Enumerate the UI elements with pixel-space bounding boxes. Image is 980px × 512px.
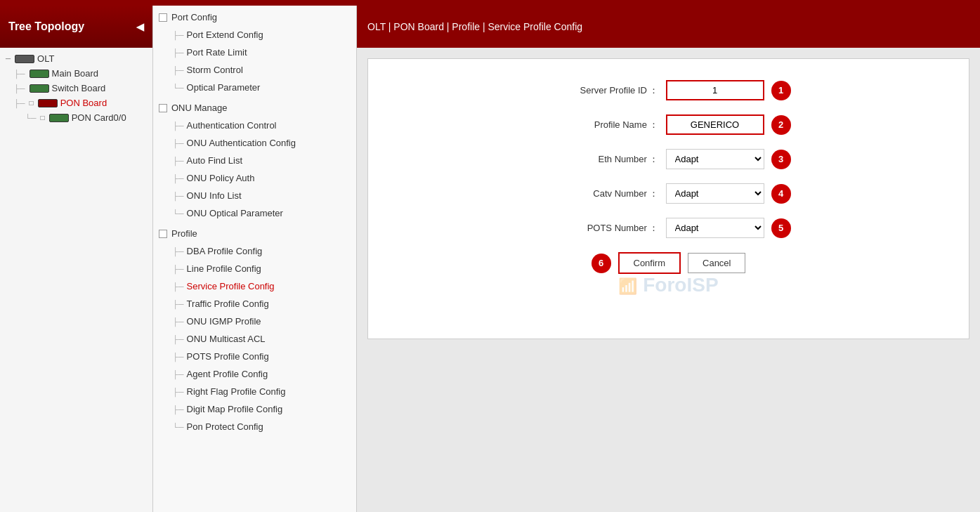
menu-item-label: ONU Policy Auth <box>187 173 255 183</box>
step-badge-2: 2 <box>771 115 791 135</box>
port-config-title: Port Config <box>171 12 217 22</box>
menu-item-label: Agent Profile Config <box>187 369 268 379</box>
menu-item-label: Service Profile Config <box>187 281 275 291</box>
main-layout: Tree Topology ◀ ─ OLT ├─ Main Board ├─ S… <box>0 6 980 512</box>
cancel-button[interactable]: Cancel <box>688 253 745 273</box>
menu-item-onu-info-list[interactable]: ├─ ONU Info List <box>153 187 356 204</box>
olt-label: OLT <box>37 53 54 64</box>
menu-item-agent-profile-config[interactable]: ├─ Agent Profile Config <box>153 365 356 383</box>
menu-item-storm-control[interactable]: ├─ Storm Control <box>153 61 356 79</box>
section-port-config: Port Config ├─ Port Extend Config ├─ Por… <box>153 8 356 96</box>
collapse-arrow-icon[interactable]: ◀ <box>136 21 144 32</box>
section-onu-manage-header[interactable]: ONU Manage <box>153 99 356 117</box>
menu-item-label: Right Flag Profile Config <box>187 386 286 397</box>
menu-item-digit-map-profile-config[interactable]: ├─ Digit Map Profile Config <box>153 400 356 418</box>
pon-board-line: ├─ <box>14 99 25 107</box>
olt-device-icon <box>15 55 34 63</box>
menu-item-label: ONU IGMP Profile <box>187 316 261 327</box>
line-icon: ├─ <box>173 48 184 57</box>
pots-number-row: POTS Number ： Adapt 0 1 2 5 <box>382 218 955 238</box>
catv-number-label: Catv Number ： <box>547 188 659 200</box>
line-icon: ├─ <box>173 282 184 291</box>
pon-card-line: └─ <box>25 114 37 122</box>
port-config-checkbox[interactable] <box>159 13 167 22</box>
line-icon: ├─ <box>173 122 184 130</box>
eth-number-row: Eth Number ： Adapt 0 1 2 4 3 <box>382 149 955 169</box>
server-profile-id-input[interactable] <box>666 80 764 100</box>
menu-item-onu-policy-auth[interactable]: ├─ ONU Policy Auth <box>153 169 356 187</box>
onu-manage-checkbox[interactable] <box>159 104 167 112</box>
eth-number-label: Eth Number ： <box>547 153 659 166</box>
olt-expand-icon: ─ <box>6 55 11 63</box>
switch-board-label: Switch Board <box>52 83 106 93</box>
breadcrumb-text: OLT | PON Board | Profile | Service Prof… <box>367 21 582 32</box>
menu-item-label: DBA Profile Config <box>187 246 263 256</box>
menu-item-port-rate-limit[interactable]: ├─ Port Rate Limit <box>153 44 356 61</box>
profile-name-input[interactable] <box>666 114 764 135</box>
menu-item-pon-protect-config[interactable]: └─ Pon Protect Config <box>153 418 356 435</box>
sidebar-item-switch-board[interactable]: ├─ Switch Board <box>0 81 152 96</box>
menu-item-onu-optical-parameter[interactable]: └─ ONU Optical Parameter <box>153 204 356 222</box>
menu-item-label: POTS Profile Config <box>187 351 269 362</box>
line-icon: ├─ <box>173 353 184 361</box>
menu-item-auto-find-list[interactable]: ├─ Auto Find List <box>153 152 356 169</box>
pots-number-select[interactable]: Adapt 0 1 2 <box>666 218 764 238</box>
catv-number-select[interactable]: Adapt 0 1 <box>666 183 764 204</box>
profile-name-label: Profile Name ： <box>547 119 659 131</box>
menu-item-authentication-control[interactable]: ├─ Authentication Control <box>153 117 356 134</box>
line-icon: └─ <box>173 84 184 92</box>
profile-checkbox[interactable] <box>159 230 167 238</box>
menu-item-onu-multicast-acl[interactable]: ├─ ONU Multicast ACL <box>153 330 356 348</box>
profile-name-row: Profile Name ： 2 <box>382 114 955 135</box>
line-icon: ├─ <box>173 335 184 343</box>
onu-manage-title: ONU Manage <box>171 103 227 113</box>
section-port-config-header[interactable]: Port Config <box>153 8 356 26</box>
menu-item-optical-parameter[interactable]: └─ Optical Parameter <box>153 79 356 96</box>
step-badge-4: 4 <box>771 184 791 204</box>
line-icon: ├─ <box>173 317 184 326</box>
line-icon: └─ <box>173 423 184 431</box>
main-board-label: Main Board <box>52 68 98 79</box>
menu-item-label: ONU Authentication Config <box>187 138 296 148</box>
watermark-text: ForoISP <box>643 274 718 296</box>
form-card: Server Profile ID ： 1 Profile Name ： 2 E… <box>367 58 969 339</box>
catv-number-row: Catv Number ： Adapt 0 1 4 <box>382 183 955 204</box>
line-icon: ├─ <box>173 192 184 200</box>
line-icon: └─ <box>173 209 184 218</box>
pon-card-expand-icon: □ <box>41 114 45 122</box>
content-body: Server Profile ID ： 1 Profile Name ： 2 E… <box>357 48 980 512</box>
confirm-button[interactable]: Confirm <box>618 252 681 274</box>
section-profile-header[interactable]: Profile <box>153 225 356 242</box>
server-profile-id-label: Server Profile ID ： <box>547 84 659 97</box>
menu-item-line-profile-config[interactable]: ├─ Line Profile Config <box>153 260 356 277</box>
sidebar-item-pon-board[interactable]: ├─ □ PON Board <box>0 96 152 110</box>
line-icon: ├─ <box>173 174 184 183</box>
menu-item-traffic-profile-config[interactable]: ├─ Traffic Profile Config <box>153 295 356 313</box>
menu-item-label: ONU Info List <box>187 190 242 201</box>
pon-card-label: PON Card0/0 <box>72 112 126 123</box>
menu-item-onu-auth-config[interactable]: ├─ ONU Authentication Config <box>153 134 356 152</box>
line-icon: ├─ <box>173 405 184 414</box>
menu-item-dba-profile-config[interactable]: ├─ DBA Profile Config <box>153 242 356 260</box>
submenu-panel: Port Config ├─ Port Extend Config ├─ Por… <box>153 6 357 512</box>
sidebar: Tree Topology ◀ ─ OLT ├─ Main Board ├─ S… <box>0 6 153 512</box>
menu-item-label: ONU Multicast ACL <box>187 334 266 344</box>
sidebar-item-olt[interactable]: ─ OLT <box>0 51 152 66</box>
menu-item-port-extend-config[interactable]: ├─ Port Extend Config <box>153 26 356 44</box>
action-row: 6 Confirm Cancel <box>382 252 955 274</box>
sidebar-item-pon-card[interactable]: └─ □ PON Card0/0 <box>0 110 152 125</box>
menu-item-right-flag-profile-config[interactable]: ├─ Right Flag Profile Config <box>153 383 356 400</box>
menu-item-pots-profile-config[interactable]: ├─ POTS Profile Config <box>153 348 356 365</box>
line-icon: ├─ <box>173 247 184 256</box>
sidebar-item-main-board[interactable]: ├─ Main Board <box>0 66 152 81</box>
menu-item-onu-igmp-profile[interactable]: ├─ ONU IGMP Profile <box>153 313 356 330</box>
menu-item-label: ONU Optical Parameter <box>187 208 283 218</box>
section-onu-manage: ONU Manage ├─ Authentication Control ├─ … <box>153 99 356 222</box>
switch-board-device-icon <box>30 84 49 93</box>
sidebar-header: Tree Topology ◀ <box>0 6 152 48</box>
menu-item-service-profile-config[interactable]: ├─ Service Profile Config <box>153 277 356 295</box>
main-board-device-icon <box>30 70 49 78</box>
eth-number-select[interactable]: Adapt 0 1 2 4 <box>666 149 764 169</box>
server-profile-id-row: Server Profile ID ： 1 <box>382 80 955 100</box>
pon-board-device-icon <box>38 99 58 107</box>
